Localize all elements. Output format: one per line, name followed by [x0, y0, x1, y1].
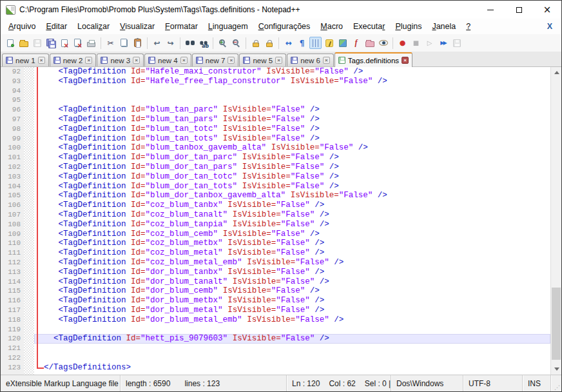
- sync-scroll-horizontal-icon[interactable]: [263, 37, 275, 49]
- tab-close-icon[interactable]: ×: [38, 57, 45, 64]
- code-text[interactable]: <TagDefinition Id="dor_blum_tanalt" IsVi…: [34, 277, 550, 287]
- menu-macro[interactable]: Macro: [315, 21, 348, 32]
- menu-configuraes[interactable]: Configurações: [253, 21, 316, 32]
- code-text[interactable]: </TagsDefinitions>: [34, 363, 550, 373]
- code-text[interactable]: <TagDefinition Id="coz_blum_tanbx" IsVis…: [34, 201, 550, 210]
- macro-run-multiple-icon[interactable]: ▶▶: [437, 37, 449, 49]
- close-all-icon[interactable]: ×: [72, 37, 84, 49]
- menu-visualizar[interactable]: Visualizar: [115, 21, 160, 32]
- macro-play-icon[interactable]: ▷: [423, 37, 436, 49]
- tab-tags.definitions[interactable]: Tags.definitions×: [334, 52, 412, 67]
- vertical-scrollbar[interactable]: [550, 67, 561, 375]
- redo-icon[interactable]: ↪: [164, 37, 177, 49]
- tab-close-icon[interactable]: ×: [275, 57, 282, 64]
- code-text[interactable]: <TagDefinition Id="Hafele_maxi_construto…: [34, 67, 550, 77]
- code-text[interactable]: <TagDefinition Id="coz_blum_cemb" IsVisi…: [34, 230, 550, 239]
- code-text[interactable]: <TagDefinition Id="coz_blum_metal" IsVis…: [34, 248, 550, 258]
- code-text[interactable]: <TagDefinition Id="blum_tan_tots" IsVisi…: [34, 134, 550, 144]
- doc-map-icon[interactable]: [323, 37, 335, 49]
- code-text[interactable]: <TagDefinition Id="coz_blum_tanpia" IsVi…: [34, 220, 550, 230]
- menu-janela[interactable]: Janela: [427, 21, 461, 32]
- tab-new-1[interactable]: new 1×: [2, 54, 49, 66]
- code-text[interactable]: <TagDefinition Id="blum_dor_tanbox_gavem…: [34, 191, 550, 201]
- maximize-icon[interactable]: [505, 1, 533, 19]
- indent-guide-icon[interactable]: [309, 37, 322, 49]
- macro-stop-icon[interactable]: ■: [410, 37, 422, 49]
- document-close-x-icon[interactable]: X: [547, 22, 552, 31]
- current-code-text[interactable]: <TagDefinition Id="hett_pis_9079603" IsV…: [34, 334, 550, 344]
- save-all-icon[interactable]: [44, 37, 57, 49]
- code-text[interactable]: <TagDefinition Id="dor_blum_metal" IsVis…: [34, 306, 550, 315]
- copy-icon[interactable]: [118, 37, 130, 49]
- status-eol-format[interactable]: Dos\Windows: [391, 375, 463, 391]
- scroll-up-icon[interactable]: [551, 67, 561, 78]
- minimize-icon[interactable]: [476, 1, 505, 19]
- code-text[interactable]: [34, 353, 550, 363]
- tab-close-icon[interactable]: ×: [85, 57, 92, 64]
- code-text[interactable]: <TagDefinition Id="coz_blum_tanalt" IsVi…: [34, 210, 550, 220]
- code-text[interactable]: [34, 344, 550, 353]
- code-text[interactable]: <TagDefinition Id="blum_dor_tan_parc" Is…: [34, 153, 550, 162]
- menu-editar[interactable]: Editar: [41, 21, 72, 32]
- menu-executar[interactable]: Executar: [348, 21, 390, 32]
- sync-scroll-vertical-icon[interactable]: [249, 37, 262, 49]
- code-text[interactable]: <TagDefinition Id="coz_blum_metal_emb" I…: [34, 258, 550, 268]
- replace-icon[interactable]: ab: [197, 37, 209, 49]
- show-all-characters-icon[interactable]: ¶: [296, 37, 308, 49]
- function-list-icon[interactable]: f: [350, 37, 362, 49]
- macro-record-icon[interactable]: ●: [396, 37, 409, 49]
- scrollbar-thumb[interactable]: [552, 288, 561, 360]
- tab-new-3[interactable]: new 3×: [97, 54, 144, 66]
- word-wrap-icon[interactable]: ↔: [282, 37, 295, 49]
- tab-new-7[interactable]: new 7×: [192, 54, 239, 66]
- doc-list-icon[interactable]: [336, 37, 349, 49]
- tab-close-icon[interactable]: ×: [402, 57, 409, 64]
- code-text[interactable]: <TagDefinition Id="blum_dor_tan_totc" Is…: [34, 172, 550, 182]
- tab-close-icon[interactable]: ×: [133, 57, 140, 64]
- tab-close-icon[interactable]: ×: [228, 57, 235, 64]
- paste-icon[interactable]: [131, 37, 144, 49]
- status-caret-position[interactable]: Ln : 120 Col : 62 Sel : 0 | 0: [287, 375, 391, 391]
- status-encoding[interactable]: UTF-8: [463, 375, 523, 391]
- menu-help[interactable]: ?: [461, 21, 476, 32]
- code-text[interactable]: <TagDefinition Id="dor_blum_metal_emb" I…: [34, 315, 550, 325]
- menu-linguagem[interactable]: Linguagem: [203, 21, 253, 32]
- tab-new-6[interactable]: new 6×: [287, 54, 334, 66]
- close-file-icon[interactable]: ×: [58, 37, 70, 49]
- new-file-icon[interactable]: [4, 37, 16, 49]
- code-text[interactable]: <TagDefinition Id="dor_blum_tanbx" IsVis…: [34, 268, 550, 277]
- status-insert-mode[interactable]: INS: [523, 375, 551, 391]
- code-text[interactable]: <TagDefinition Id="dor_blum_metbx" IsVis…: [34, 296, 550, 306]
- find-icon[interactable]: [184, 37, 196, 49]
- code-text[interactable]: <TagDefinition Id="blum_tan_totc" IsVisi…: [34, 124, 550, 134]
- code-text[interactable]: <TagDefinition Id="blum_tan_pars" IsVisi…: [34, 115, 550, 124]
- tab-new-5[interactable]: new 5×: [239, 54, 286, 66]
- code-text[interactable]: <TagDefinition Id="blum_dor_tan_tots" Is…: [34, 182, 550, 191]
- code-text[interactable]: <TagDefinition Id="dor_blum_cemb" IsVisi…: [34, 286, 550, 296]
- open-file-icon[interactable]: [17, 37, 30, 49]
- tab-new-4[interactable]: new 4×: [144, 54, 191, 66]
- menu-formatar[interactable]: Formatar: [160, 21, 203, 32]
- undo-icon[interactable]: ↩: [151, 37, 163, 49]
- tab-close-icon[interactable]: ×: [323, 57, 330, 64]
- cut-icon[interactable]: ✂: [104, 37, 117, 49]
- code-text[interactable]: <TagDefinition Id="blum_tanbox_gavemb_al…: [34, 143, 550, 153]
- close-icon[interactable]: ×: [533, 1, 561, 19]
- resize-grip[interactable]: ⋰: [551, 375, 561, 391]
- menu-localizar[interactable]: Localizar: [72, 21, 115, 32]
- menu-plugins[interactable]: Plugins: [390, 21, 427, 32]
- save-icon[interactable]: [31, 37, 43, 49]
- code-text[interactable]: [34, 95, 550, 105]
- print-icon[interactable]: [85, 37, 97, 49]
- code-text[interactable]: <TagDefinition Id="coz_blum_metbx" IsVis…: [34, 239, 550, 248]
- tab-close-icon[interactable]: ×: [180, 57, 188, 64]
- zoom-in-icon[interactable]: +: [217, 37, 229, 49]
- tab-new-2[interactable]: new 2×: [50, 54, 97, 66]
- code-text[interactable]: <TagDefinition Id="Hafele_free_flap_cons…: [34, 77, 550, 86]
- folder-as-workspace-icon[interactable]: [363, 37, 376, 49]
- code-text[interactable]: [34, 325, 550, 335]
- code-text[interactable]: <TagDefinition Id="blum_tan_parc" IsVisi…: [34, 105, 550, 115]
- editor-area[interactable]: 92 <TagDefinition Id="Hafele_maxi_constr…: [1, 67, 561, 375]
- code-text[interactable]: [34, 86, 550, 96]
- zoom-out-icon[interactable]: −: [230, 37, 242, 49]
